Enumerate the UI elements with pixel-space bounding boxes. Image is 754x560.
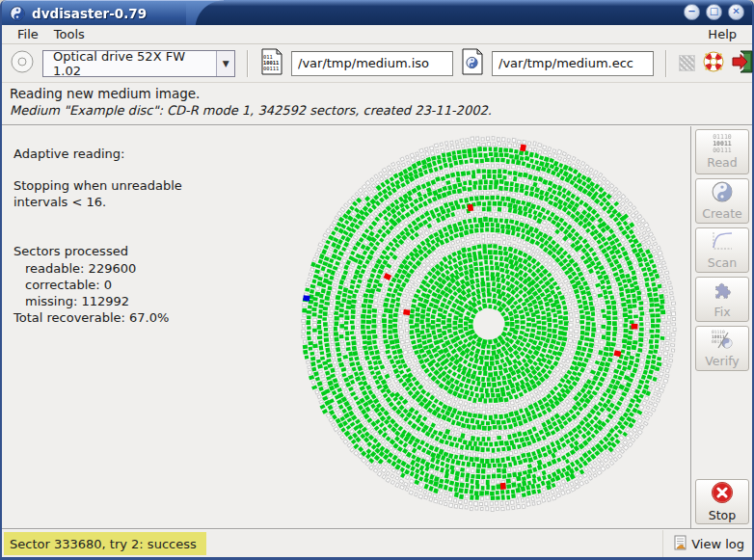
action-sidebar: 011101001100111 Read Create Scan	[690, 126, 752, 528]
stopping-condition-line2: intervals < 16.	[13, 194, 182, 210]
scan-curve-icon	[711, 230, 734, 254]
toolbar: Optical drive 52X FW 1.02 ▼ 011100110011…	[2, 44, 752, 83]
verify-button: 011101001100111 Verify	[695, 326, 749, 371]
total-recoverable: Total recoverable: 67.0%	[13, 309, 182, 326]
statusbar: Sector 333680, try 2: success View log	[2, 528, 752, 557]
exit-door-icon	[732, 50, 753, 76]
drive-disc-icon	[10, 49, 35, 77]
chevron-down-icon: ▼	[216, 51, 234, 76]
create-yinyang-icon	[712, 181, 733, 205]
stopping-condition-line1: Stopping when unreadable	[13, 177, 182, 194]
minimize-button[interactable]: −	[684, 4, 700, 20]
disc-sector-map	[284, 126, 689, 528]
menubar: File Tools Help	[2, 25, 752, 44]
view-log-label: View log	[691, 537, 744, 551]
app-yinyang-icon	[10, 6, 25, 21]
fix-button: Fix	[695, 277, 749, 322]
status-message-area: Reading new medium image. Medium "Exampl…	[2, 83, 752, 126]
ecc-file-icon	[461, 48, 484, 78]
sectors-processed-heading: Sectors processed	[13, 243, 182, 259]
view-log-button[interactable]: View log	[662, 530, 752, 557]
stop-icon	[711, 481, 734, 507]
create-button: Create	[695, 178, 749, 224]
toolbar-separator	[247, 50, 249, 77]
main-panel: Adaptive reading: Stopping when unreadab…	[2, 126, 690, 528]
scan-button: Scan	[695, 227, 749, 273]
preferences-button-disabled	[679, 50, 695, 77]
stop-button[interactable]: Stop	[695, 479, 749, 524]
stop-button-label: Stop	[709, 508, 736, 522]
adaptive-reading-heading: Adaptive reading:	[13, 146, 182, 162]
sector-status-text: Sector 333680, try 2: success	[4, 532, 206, 555]
window-title: dvdisaster-0.79	[32, 6, 147, 21]
verify-icon: 011101001100111	[711, 329, 734, 353]
app-window: dvdisaster-0.79 − □ ✕ File Tools Help Op…	[0, 0, 754, 560]
log-file-icon	[673, 535, 688, 553]
menu-help[interactable]: Help	[700, 26, 744, 42]
lifebelt-icon	[703, 51, 724, 75]
menu-tools[interactable]: Tools	[46, 26, 93, 42]
status-message-line2: Medium "Example disc": CD-R mode 1, 3425…	[10, 103, 744, 118]
svg-text:00111: 00111	[263, 66, 279, 71]
status-message-line1: Reading new medium image.	[10, 86, 744, 101]
adaptive-reading-panel: Adaptive reading: Stopping when unreadab…	[13, 146, 182, 326]
titlebar-tab: dvdisaster-0.79	[2, 0, 224, 25]
drive-selector[interactable]: Optical drive 52X FW 1.02 ▼	[42, 50, 235, 77]
read-binary-icon: 011101001100111	[713, 134, 732, 153]
read-button-label: Read	[707, 155, 737, 170]
maximize-button[interactable]: □	[706, 4, 722, 20]
fix-button-label: Fix	[714, 305, 730, 319]
toolbar-separator	[665, 50, 667, 77]
verify-button-label: Verify	[705, 354, 739, 368]
menu-file[interactable]: File	[10, 26, 46, 42]
fix-puzzle-icon	[712, 280, 733, 304]
scan-button-label: Scan	[708, 255, 737, 270]
iso-path-input[interactable]	[291, 51, 453, 76]
titlebar[interactable]: dvdisaster-0.79 − □ ✕	[2, 0, 752, 25]
drive-selector-value: Optical drive 52X FW 1.02	[43, 49, 216, 78]
sectors-readable: readable: 229600	[13, 260, 182, 277]
iso-file-icon: 0111001100111	[260, 48, 283, 78]
help-button[interactable]	[703, 50, 724, 77]
close-button[interactable]: ✕	[728, 4, 744, 20]
quit-button[interactable]	[732, 50, 753, 77]
sectors-missing: missing: 112992	[13, 293, 182, 309]
sectors-correctable: correctable: 0	[13, 277, 182, 293]
create-button-label: Create	[702, 206, 742, 221]
read-button: 011101001100111 Read	[695, 129, 749, 174]
ecc-path-input[interactable]	[492, 51, 654, 76]
preferences-icon	[679, 55, 695, 71]
